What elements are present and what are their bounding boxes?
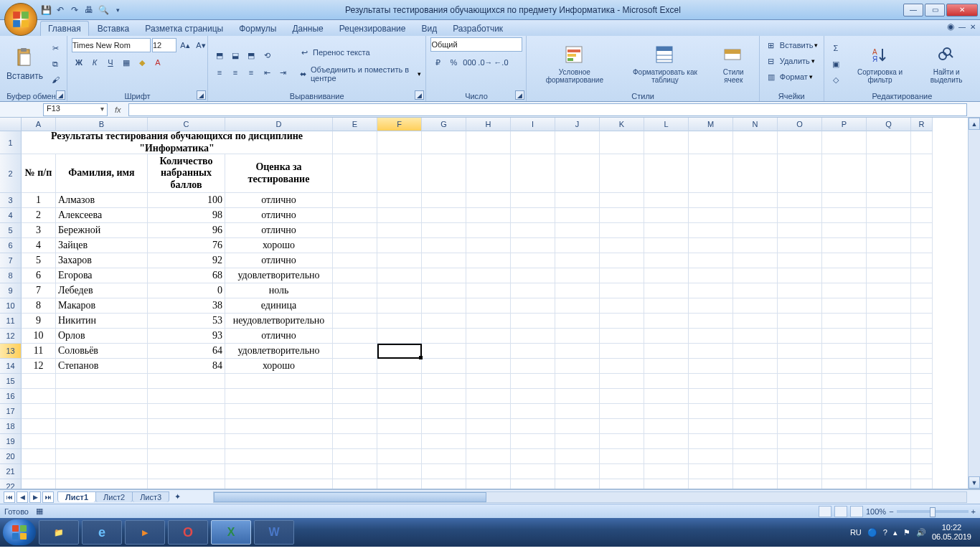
cell[interactable] [333,404,377,419]
cell[interactable]: 98 [148,208,225,223]
cell[interactable] [422,419,466,434]
cell[interactable] [733,344,778,359]
cell[interactable] [778,223,822,238]
cell[interactable] [689,131,733,154]
cell[interactable] [644,434,689,449]
row-header-3[interactable]: 3 [0,193,22,208]
cell[interactable] [867,268,911,283]
cell[interactable] [644,314,689,329]
paste-button[interactable]: Вставить [4,45,45,83]
cell[interactable] [511,268,555,283]
cell[interactable] [867,131,911,154]
cell[interactable] [422,208,466,223]
cell[interactable] [377,298,422,314]
cell[interactable] [333,389,377,404]
cell[interactable] [56,479,148,489]
cell[interactable] [148,434,225,449]
cell[interactable] [644,449,689,464]
cell[interactable] [733,223,778,238]
cell[interactable] [689,449,733,464]
cell[interactable] [911,329,933,344]
cell[interactable] [22,479,56,489]
cell[interactable] [644,464,689,479]
cell[interactable] [911,374,933,389]
cell[interactable] [600,464,644,479]
increase-decimal-icon[interactable]: .0→ [478,55,492,70]
cell[interactable] [422,131,466,154]
cell[interactable]: № п/п [22,154,56,193]
cell[interactable]: ноль [225,283,333,298]
cell[interactable] [56,449,148,464]
cell[interactable] [511,419,555,434]
cell[interactable]: Алексеева [56,208,148,223]
cell[interactable] [644,253,689,268]
cell[interactable] [911,464,933,479]
cell[interactable] [555,193,600,208]
cell[interactable] [822,359,867,374]
cell[interactable] [333,449,377,464]
cell[interactable]: 3 [22,223,56,238]
cell[interactable] [822,268,867,283]
cell[interactable] [867,479,911,489]
minimize-ribbon-icon[interactable]: — [958,23,966,31]
cell[interactable] [555,298,600,314]
cell[interactable] [466,253,511,268]
col-header-L[interactable]: L [644,118,689,131]
col-header-I[interactable]: I [511,118,555,131]
cell[interactable] [689,464,733,479]
cell[interactable] [148,464,225,479]
col-header-C[interactable]: C [148,118,225,131]
cell[interactable] [148,449,225,464]
col-header-A[interactable]: A [22,118,56,131]
cell[interactable] [778,314,822,329]
zoom-in-icon[interactable]: + [971,507,976,516]
col-header-J[interactable]: J [555,118,600,131]
cell[interactable] [148,404,225,419]
cell[interactable] [377,449,422,464]
cell[interactable] [466,193,511,208]
cell[interactable] [422,283,466,298]
cell[interactable] [600,253,644,268]
cell[interactable] [911,449,933,464]
autosum-icon[interactable]: Σ [829,41,843,55]
cell[interactable] [733,298,778,314]
cell[interactable] [555,434,600,449]
comma-icon[interactable]: 000 [462,55,476,70]
macro-record-icon[interactable]: ▦ [36,507,43,516]
cell[interactable] [377,314,422,329]
cell[interactable]: Количество набранных баллов [148,154,225,193]
cell[interactable] [689,268,733,283]
cell[interactable] [333,253,377,268]
cell[interactable] [600,434,644,449]
cell[interactable] [778,434,822,449]
sheet-tab-Лист3[interactable]: Лист3 [132,491,169,502]
cell[interactable] [733,314,778,329]
horizontal-scrollbar[interactable] [213,491,967,503]
tab-Рецензирование[interactable]: Рецензирование [332,22,413,36]
row-header-6[interactable]: 6 [0,238,22,253]
scroll-down-icon[interactable]: ▼ [969,476,980,489]
col-header-Q[interactable]: Q [867,118,911,131]
taskbar-excel[interactable]: X [211,520,251,545]
cell[interactable] [822,419,867,434]
cell[interactable] [422,193,466,208]
cell[interactable] [867,314,911,329]
cell[interactable] [511,464,555,479]
cut-icon[interactable]: ✂ [48,41,62,55]
cell[interactable] [511,154,555,193]
tab-Вставка[interactable]: Вставка [90,22,137,36]
cell[interactable] [22,449,56,464]
cell[interactable] [822,314,867,329]
tab-Данные[interactable]: Данные [285,22,330,36]
shrink-font-icon[interactable]: A▾ [194,38,208,52]
row-header-14[interactable]: 14 [0,359,22,374]
dialog-launcher-icon[interactable]: ◢ [197,90,206,100]
underline-button[interactable]: Ч [103,55,118,70]
cell[interactable] [377,419,422,434]
cell[interactable] [511,434,555,449]
cell[interactable] [377,389,422,404]
cell[interactable] [600,329,644,344]
cell[interactable] [911,389,933,404]
cell[interactable] [867,404,911,419]
cell[interactable] [867,329,911,344]
